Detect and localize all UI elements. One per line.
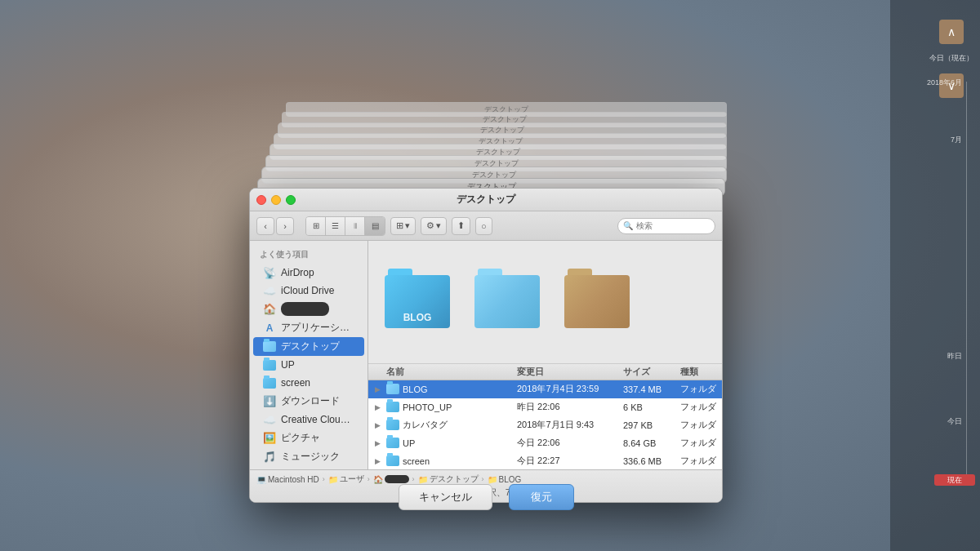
action-arrow: ▾: [436, 220, 441, 231]
sidebar-label-airdrop: AirDrop: [281, 267, 314, 278]
breadcrumb-home-blurred: ●●●●: [385, 475, 409, 483]
sidebar-label-music: ミュージック: [281, 450, 340, 464]
cover-view-button[interactable]: ▤: [365, 217, 385, 235]
folder-3-large[interactable]: [564, 275, 630, 328]
tm-present-indicator: 現在: [934, 474, 975, 486]
tm-up-button[interactable]: ∧: [939, 20, 964, 44]
traffic-lights: [256, 195, 296, 205]
sidebar-item-creative[interactable]: ☁️ Creative Cloud Files: [253, 411, 364, 429]
name-col-header[interactable]: 名前: [386, 366, 517, 378]
tm-today-label: 今日（現在）: [929, 54, 973, 64]
folder-icon-sm: 📁: [328, 475, 338, 484]
chevron-up-icon: ∧: [947, 25, 956, 38]
folder-icon: [386, 455, 399, 468]
tm-tick-yesterday: 昨日: [947, 351, 962, 362]
movies-icon: 🎬: [263, 469, 276, 470]
table-row[interactable]: ▶ PHOTO_UP 昨日 22:06 6 KB フォルダ: [368, 398, 723, 416]
table-row[interactable]: ▶ BLOG 2018年7月4日 23:59 337.4 MB フォルダ: [368, 380, 723, 398]
sidebar-item-airdrop[interactable]: 📡 AirDrop: [253, 264, 364, 282]
breadcrumb-arrow-3: ›: [412, 475, 415, 483]
sidebar-item-downloads[interactable]: ⬇️ ダウンロード: [253, 392, 364, 411]
column-view-button[interactable]: ⫴: [345, 217, 365, 235]
window-title: デスクトップ: [457, 193, 515, 207]
screen-folder-icon: [263, 376, 276, 389]
minimize-button[interactable]: [271, 195, 281, 205]
breadcrumb-blog: BLOG: [499, 475, 522, 484]
home-icon-sm: 🏠: [373, 475, 383, 484]
blog-folder-label-inner: BLOG: [403, 312, 432, 323]
sidebar-label-icloud: iCloud Drive: [281, 285, 334, 296]
row-expander: ▶: [375, 403, 386, 411]
blog-icon-sm: 📁: [488, 475, 497, 484]
date-col-header[interactable]: 変更日: [517, 366, 623, 378]
size-col-header[interactable]: サイズ: [623, 366, 680, 378]
hd-icon: 💻: [256, 475, 266, 484]
back-button[interactable]: ‹: [256, 217, 274, 235]
table-row[interactable]: ▶ カレバタグ 2018年7月1日 9:43 297 KB フォルダ: [368, 416, 723, 434]
action-menu-button[interactable]: ⚙ ▾: [421, 217, 447, 235]
table-row[interactable]: ▶ UP 今日 22:06 8.64 GB フォルダ: [368, 434, 723, 452]
sidebar-item-home[interactable]: 🏠 ホーム●●: [253, 300, 364, 318]
row-size: 337.4 MB: [623, 384, 680, 394]
sidebar-item-desktop[interactable]: デスクトップ: [253, 337, 364, 356]
row-name: UP: [403, 438, 517, 448]
list-view-button[interactable]: ☰: [326, 217, 345, 235]
blog-folder-shape: BLOG: [385, 275, 450, 328]
downloads-icon: ⬇️: [263, 395, 276, 408]
cancel-button[interactable]: キャンセル: [399, 484, 492, 510]
home-icon: 🏠: [263, 303, 276, 316]
sidebar-item-apps[interactable]: A アプリケーション: [253, 318, 364, 337]
tag-button[interactable]: ○: [475, 217, 492, 235]
row-size: 6 KB: [623, 402, 680, 412]
maximize-button[interactable]: [286, 195, 296, 205]
view-controls: ⊞ ☰ ⫴ ▤: [305, 216, 385, 236]
arrange-icon: ⊞: [396, 220, 403, 231]
sidebar-label-movies: ムービー: [281, 469, 320, 469]
table-row[interactable]: ▶ screen 今日 22:27 336.6 MB フォルダ: [368, 452, 723, 470]
sidebar-item-up[interactable]: UP: [253, 356, 364, 374]
row-kind: フォルダ: [680, 401, 723, 413]
sidebar-label-creative: Creative Cloud Files: [281, 414, 354, 425]
search-box[interactable]: 🔍: [617, 218, 715, 234]
sidebar-item-movies[interactable]: 🎬 ムービー: [253, 466, 364, 469]
share-icon: ⬆: [457, 220, 465, 231]
breadcrumb-user: ユーザ: [340, 473, 364, 485]
row-date: 今日 22:27: [517, 455, 623, 467]
arrange-arrow: ▾: [405, 220, 410, 231]
breadcrumb-desktop: デスクトップ: [430, 473, 479, 485]
breadcrumb-item-home: 🏠 ●●●●: [373, 475, 409, 484]
music-icon: 🎵: [263, 451, 276, 464]
breadcrumb-item-blog: 📁 BLOG: [488, 475, 522, 484]
sidebar-item-icloud[interactable]: ☁️ iCloud Drive: [253, 282, 364, 300]
row-name: BLOG: [403, 384, 517, 394]
breadcrumb-arrow-4: ›: [482, 475, 484, 483]
folder-icon: [386, 419, 399, 432]
breadcrumb-item-user: 📁 ユーザ: [328, 473, 364, 485]
sidebar-item-screen[interactable]: screen: [253, 374, 364, 392]
kind-col-header[interactable]: 種類: [680, 366, 723, 378]
folder-2-large[interactable]: [474, 275, 540, 328]
pictures-icon: 🖼️: [263, 432, 276, 445]
share-button[interactable]: ⬆: [452, 217, 470, 235]
icloud-icon: ☁️: [263, 284, 276, 297]
forward-button[interactable]: ›: [276, 217, 294, 235]
creative-icon: ☁️: [263, 413, 276, 426]
close-button[interactable]: [256, 195, 266, 205]
airdrop-icon: 📡: [263, 266, 276, 279]
sidebar-label-up: UP: [281, 359, 295, 371]
row-date: 2018年7月4日 23:59: [517, 383, 623, 395]
row-kind: フォルダ: [680, 455, 723, 467]
search-input[interactable]: [636, 221, 702, 230]
arrange-button[interactable]: ⊞ ▾: [390, 217, 416, 235]
restore-button[interactable]: 復元: [509, 484, 574, 510]
icon-view-button[interactable]: ⊞: [306, 217, 326, 235]
icon-view: BLOG: [368, 241, 723, 363]
folder-icon: [386, 383, 399, 396]
sidebar-item-pictures[interactable]: 🖼️ ピクチャ: [253, 429, 364, 447]
apps-icon: A: [263, 322, 276, 335]
sidebar-item-music[interactable]: 🎵 ミュージック: [253, 447, 364, 466]
breadcrumb-arrow-1: ›: [323, 475, 325, 483]
folder-blog-large[interactable]: BLOG: [385, 275, 450, 328]
folder2-body: [474, 275, 540, 328]
folder2-shape: [474, 275, 540, 328]
